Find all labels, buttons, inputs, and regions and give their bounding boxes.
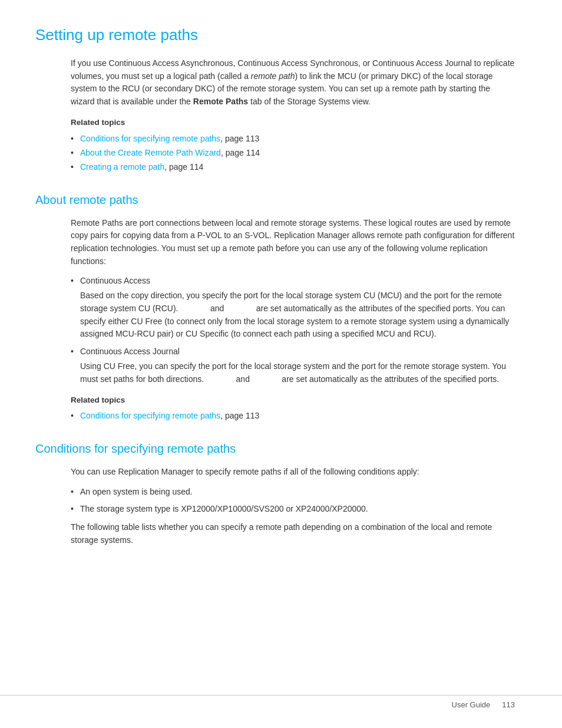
bullet-desc-2: Using CU Free, you can specify the port …: [80, 360, 515, 386]
link-creating[interactable]: Creating a remote path: [80, 162, 164, 172]
footer-divider: [0, 695, 562, 696]
related-topics-label-2: Related topics: [71, 394, 515, 407]
list-item: About the Create Remote Path Wizard, pag…: [71, 147, 515, 159]
page-container: Setting up remote paths If you use Conti…: [0, 0, 562, 728]
list-item: Continuous Access Based on the copy dire…: [71, 275, 515, 341]
conditions-section: You can use Replication Manager to speci…: [71, 466, 515, 546]
condition-1: An open system is being used.: [80, 487, 193, 496]
list-item: Continuous Access Journal Using CU Free,…: [71, 345, 515, 386]
link-wizard[interactable]: About the Create Remote Path Wizard: [80, 148, 221, 157]
related-topics-label-1: Related topics: [71, 117, 515, 129]
list-item: Conditions for specifying remote paths, …: [71, 410, 515, 422]
about-title: About remote paths: [35, 191, 515, 209]
bullet-desc-1: Based on the copy direction, you specify…: [80, 289, 515, 341]
list-item: The storage system type is XP12000/XP100…: [71, 503, 515, 515]
intro-italic: remote path: [251, 71, 295, 81]
list-item: Conditions for specifying remote paths, …: [71, 133, 515, 145]
footer-page: 113: [502, 699, 515, 711]
about-section: Remote Paths are port connections betwee…: [71, 217, 515, 423]
link-conditions-2[interactable]: Conditions for specifying remote paths: [80, 411, 220, 420]
list-item: Creating a remote path, page 114: [71, 161, 515, 173]
main-title: Setting up remote paths: [35, 24, 515, 47]
related-links-list-1: Conditions for specifying remote paths, …: [71, 133, 515, 173]
condition-2: The storage system type is XP12000/XP100…: [80, 504, 368, 513]
intro-text-3: tab of the Storage Systems view.: [248, 97, 371, 106]
conditions-paragraph-2: The following table lists whether you ca…: [71, 521, 515, 546]
footer-text: User Guide: [452, 699, 491, 711]
intro-bold: Remote Paths: [193, 97, 248, 106]
link-conditions[interactable]: Conditions for specifying remote paths: [80, 134, 220, 143]
bullet-title-2: Continuous Access Journal: [80, 347, 180, 356]
intro-section: If you use Continuous Access Asynchronou…: [71, 57, 515, 173]
about-paragraph: Remote Paths are port connections betwee…: [71, 217, 515, 268]
about-related-links-list: Conditions for specifying remote paths, …: [71, 410, 515, 422]
conditions-bullets-list: An open system is being used. The storag…: [71, 486, 515, 515]
about-bullets-list: Continuous Access Based on the copy dire…: [71, 275, 515, 386]
conditions-paragraph: You can use Replication Manager to speci…: [71, 466, 515, 479]
conditions-title: Conditions for specifying remote paths: [35, 440, 515, 457]
page-footer: User Guide 113: [452, 699, 515, 711]
bullet-title-1: Continuous Access: [80, 276, 150, 285]
intro-paragraph: If you use Continuous Access Asynchronou…: [71, 57, 515, 108]
list-item: An open system is being used.: [71, 486, 515, 498]
